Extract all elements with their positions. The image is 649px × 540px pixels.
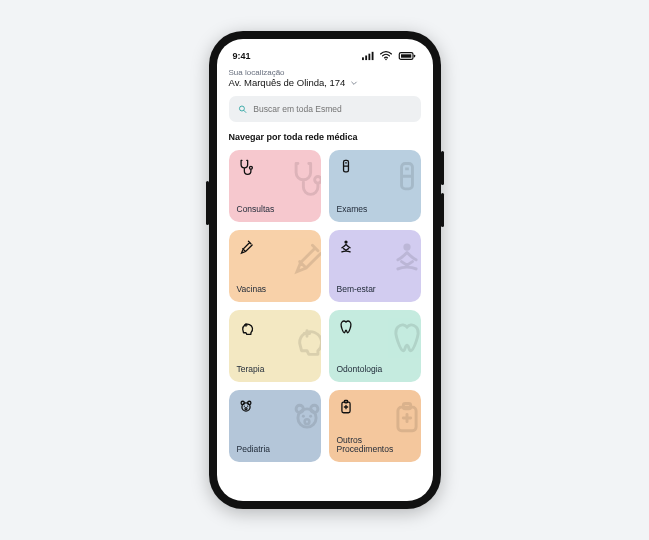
category-card-clipboard[interactable]: Outros Procedimentos [329, 390, 421, 462]
category-label: Pediatria [237, 445, 313, 454]
tooth-icon [337, 318, 355, 336]
category-card-tooth[interactable]: Odontologia [329, 310, 421, 382]
category-card-teddy[interactable]: Pediatria [229, 390, 321, 462]
search-input[interactable] [253, 104, 412, 114]
status-time: 9:41 [233, 51, 251, 61]
syringe-icon [237, 238, 255, 256]
vial-bg-icon [387, 158, 421, 198]
category-card-syringe[interactable]: Vacinas [229, 230, 321, 302]
location-value: Av. Marquês de Olinda, 174 [229, 77, 346, 88]
category-card-stethoscope[interactable]: Consultas [229, 150, 321, 222]
category-card-vial[interactable]: Exames [329, 150, 421, 222]
location-label: Sua localização [229, 68, 421, 77]
physical-button [206, 181, 209, 225]
clipboard-bg-icon [387, 398, 421, 438]
category-grid: ConsultasExamesVacinasBem-estarTerapiaOd… [229, 150, 421, 462]
stethoscope-bg-icon [287, 158, 321, 198]
status-bar: 9:41 [229, 49, 421, 68]
app-screen: 9:41 Sua localização Av. Marquês de Olin… [217, 39, 433, 501]
physical-button [441, 151, 444, 185]
clipboard-icon [337, 398, 355, 416]
wifi-icon [379, 49, 393, 62]
category-label: Outros Procedimentos [337, 436, 413, 455]
search-icon [237, 103, 248, 115]
tooth-bg-icon [387, 318, 421, 358]
browse-section-title: Navegar por toda rede médica [229, 132, 421, 142]
signal-icon [361, 50, 375, 61]
physical-button [441, 193, 444, 227]
syringe-bg-icon [287, 238, 321, 278]
category-card-meditation[interactable]: Bem-estar [329, 230, 421, 302]
meditation-bg-icon [387, 238, 421, 278]
category-label: Bem-estar [337, 285, 413, 294]
vial-icon [337, 158, 355, 176]
teddy-bg-icon [287, 398, 321, 438]
category-label: Exames [337, 205, 413, 214]
location-block[interactable]: Sua localização Av. Marquês de Olinda, 1… [229, 68, 421, 96]
category-label: Vacinas [237, 285, 313, 294]
head-bg-icon [287, 318, 321, 358]
status-indicators [361, 49, 417, 62]
category-card-head[interactable]: Terapia [229, 310, 321, 382]
battery-icon [397, 50, 417, 62]
stethoscope-icon [237, 158, 255, 176]
teddy-icon [237, 398, 255, 416]
chevron-down-icon [349, 78, 359, 88]
category-label: Odontologia [337, 365, 413, 374]
category-label: Terapia [237, 365, 313, 374]
phone-frame: 9:41 Sua localização Av. Marquês de Olin… [209, 31, 441, 509]
head-icon [237, 318, 255, 336]
category-label: Consultas [237, 205, 313, 214]
meditation-icon [337, 238, 355, 256]
search-field[interactable] [229, 96, 421, 122]
